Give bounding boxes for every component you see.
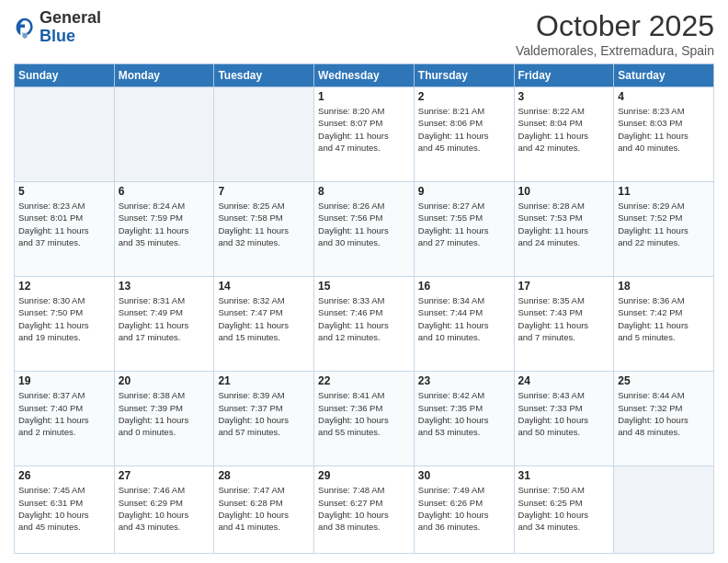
day-number: 9 [418,185,510,198]
calendar-cell: 19Sunrise: 8:37 AM Sunset: 7:40 PM Dayli… [15,372,115,466]
header-wednesday: Wednesday [314,64,415,87]
day-info: Sunrise: 7:48 AM Sunset: 6:27 PM Dayligh… [318,484,410,533]
day-info: Sunrise: 8:44 AM Sunset: 7:32 PM Dayligh… [618,389,710,438]
calendar-cell: 11Sunrise: 8:29 AM Sunset: 7:52 PM Dayli… [614,182,714,277]
location: Valdemorales, Extremadura, Spain [516,43,714,58]
day-info: Sunrise: 8:31 AM Sunset: 7:49 PM Dayligh… [119,294,210,343]
logo-blue-text: Blue [40,27,75,45]
calendar-cell: 15Sunrise: 8:33 AM Sunset: 7:46 PM Dayli… [314,277,415,372]
day-info: Sunrise: 8:20 AM Sunset: 8:07 PM Dayligh… [318,105,410,154]
day-number: 8 [318,185,410,198]
header-tuesday: Tuesday [214,64,314,87]
day-info: Sunrise: 8:35 AM Sunset: 7:43 PM Dayligh… [518,294,610,343]
day-number: 5 [18,185,110,198]
logo-icon [14,17,36,39]
day-number: 3 [518,90,610,103]
calendar-cell: 18Sunrise: 8:36 AM Sunset: 7:42 PM Dayli… [614,277,714,372]
calendar-cell: 21Sunrise: 8:39 AM Sunset: 7:37 PM Dayli… [214,372,314,466]
day-number: 22 [318,374,410,387]
calendar-page: General Blue October 2025 Valdemorales, … [0,0,728,563]
header-friday: Friday [514,64,614,87]
day-info: Sunrise: 8:23 AM Sunset: 8:01 PM Dayligh… [18,200,110,248]
day-info: Sunrise: 7:50 AM Sunset: 6:25 PM Dayligh… [518,484,610,533]
day-info: Sunrise: 8:29 AM Sunset: 7:52 PM Dayligh… [618,200,710,248]
calendar-cell: 13Sunrise: 8:31 AM Sunset: 7:49 PM Dayli… [114,277,214,372]
calendar-cell [614,466,714,554]
calendar-cell: 3Sunrise: 8:22 AM Sunset: 8:04 PM Daylig… [514,87,614,182]
calendar-cell [15,87,115,182]
calendar-cell: 10Sunrise: 8:28 AM Sunset: 7:53 PM Dayli… [514,182,614,277]
day-number: 10 [518,185,610,198]
calendar-cell: 9Sunrise: 8:27 AM Sunset: 7:55 PM Daylig… [414,182,514,277]
day-info: Sunrise: 8:42 AM Sunset: 7:35 PM Dayligh… [418,389,510,438]
day-number: 31 [518,469,610,482]
day-number: 1 [318,90,410,103]
calendar-cell: 7Sunrise: 8:25 AM Sunset: 7:58 PM Daylig… [214,182,314,277]
day-number: 13 [119,280,210,293]
day-info: Sunrise: 7:46 AM Sunset: 6:29 PM Dayligh… [119,484,210,533]
calendar-cell: 16Sunrise: 8:34 AM Sunset: 7:44 PM Dayli… [414,277,514,372]
day-info: Sunrise: 8:36 AM Sunset: 7:42 PM Dayligh… [618,294,710,343]
day-number: 15 [318,280,410,293]
day-info: Sunrise: 7:47 AM Sunset: 6:28 PM Dayligh… [218,484,310,533]
header-monday: Monday [114,64,214,87]
calendar-cell: 17Sunrise: 8:35 AM Sunset: 7:43 PM Dayli… [514,277,614,372]
day-info: Sunrise: 8:28 AM Sunset: 7:53 PM Dayligh… [518,200,610,248]
day-number: 16 [418,280,510,293]
day-info: Sunrise: 8:34 AM Sunset: 7:44 PM Dayligh… [418,294,510,343]
logo: General Blue [14,9,101,46]
calendar-cell: 12Sunrise: 8:30 AM Sunset: 7:50 PM Dayli… [15,277,115,372]
calendar-cell: 29Sunrise: 7:48 AM Sunset: 6:27 PM Dayli… [314,466,415,554]
day-info: Sunrise: 8:22 AM Sunset: 8:04 PM Dayligh… [518,105,610,154]
calendar-cell: 6Sunrise: 8:24 AM Sunset: 7:59 PM Daylig… [114,182,214,277]
day-number: 29 [318,469,410,482]
day-info: Sunrise: 8:26 AM Sunset: 7:56 PM Dayligh… [318,200,410,248]
header: General Blue October 2025 Valdemorales, … [14,9,714,58]
day-info: Sunrise: 8:32 AM Sunset: 7:47 PM Dayligh… [218,294,310,343]
day-number: 23 [418,374,510,387]
calendar-cell: 22Sunrise: 8:41 AM Sunset: 7:36 PM Dayli… [314,372,415,466]
calendar-cell: 30Sunrise: 7:49 AM Sunset: 6:26 PM Dayli… [414,466,514,554]
day-number: 2 [418,90,510,103]
day-number: 28 [218,469,310,482]
header-saturday: Saturday [614,64,714,87]
day-number: 18 [618,280,710,293]
header-sunday: Sunday [15,64,115,87]
day-info: Sunrise: 8:25 AM Sunset: 7:58 PM Dayligh… [218,200,310,248]
day-number: 4 [618,90,710,103]
calendar-cell: 31Sunrise: 7:50 AM Sunset: 6:25 PM Dayli… [514,466,614,554]
calendar-cell: 20Sunrise: 8:38 AM Sunset: 7:39 PM Dayli… [114,372,214,466]
day-info: Sunrise: 7:49 AM Sunset: 6:26 PM Dayligh… [418,484,510,533]
day-number: 7 [218,185,310,198]
header-thursday: Thursday [414,64,514,87]
day-number: 12 [18,280,110,293]
calendar-cell: 26Sunrise: 7:45 AM Sunset: 6:31 PM Dayli… [15,466,115,554]
day-info: Sunrise: 8:27 AM Sunset: 7:55 PM Dayligh… [418,200,510,248]
day-info: Sunrise: 8:30 AM Sunset: 7:50 PM Dayligh… [18,294,110,343]
calendar-cell: 14Sunrise: 8:32 AM Sunset: 7:47 PM Dayli… [214,277,314,372]
calendar-cell: 28Sunrise: 7:47 AM Sunset: 6:28 PM Dayli… [214,466,314,554]
day-info: Sunrise: 8:37 AM Sunset: 7:40 PM Dayligh… [18,389,110,438]
calendar-cell: 24Sunrise: 8:43 AM Sunset: 7:33 PM Dayli… [514,372,614,466]
title-block: October 2025 Valdemorales, Extremadura, … [516,9,714,58]
calendar-cell: 1Sunrise: 8:20 AM Sunset: 8:07 PM Daylig… [314,87,415,182]
day-number: 6 [119,185,210,198]
day-number: 14 [218,280,310,293]
calendar-cell: 8Sunrise: 8:26 AM Sunset: 7:56 PM Daylig… [314,182,415,277]
day-info: Sunrise: 8:24 AM Sunset: 7:59 PM Dayligh… [119,200,210,248]
day-number: 17 [518,280,610,293]
day-info: Sunrise: 8:41 AM Sunset: 7:36 PM Dayligh… [318,389,410,438]
calendar-cell: 2Sunrise: 8:21 AM Sunset: 8:06 PM Daylig… [414,87,514,182]
day-info: Sunrise: 8:38 AM Sunset: 7:39 PM Dayligh… [119,389,210,438]
day-number: 20 [119,374,210,387]
calendar-cell: 27Sunrise: 7:46 AM Sunset: 6:29 PM Dayli… [114,466,214,554]
day-number: 27 [119,469,210,482]
logo-general: General [40,8,101,27]
day-number: 21 [218,374,310,387]
day-info: Sunrise: 8:21 AM Sunset: 8:06 PM Dayligh… [418,105,510,154]
calendar-cell: 4Sunrise: 8:23 AM Sunset: 8:03 PM Daylig… [614,87,714,182]
day-info: Sunrise: 8:23 AM Sunset: 8:03 PM Dayligh… [618,105,710,154]
day-info: Sunrise: 8:43 AM Sunset: 7:33 PM Dayligh… [518,389,610,438]
weekday-header-row: Sunday Monday Tuesday Wednesday Thursday… [15,64,714,87]
day-info: Sunrise: 8:39 AM Sunset: 7:37 PM Dayligh… [218,389,310,438]
